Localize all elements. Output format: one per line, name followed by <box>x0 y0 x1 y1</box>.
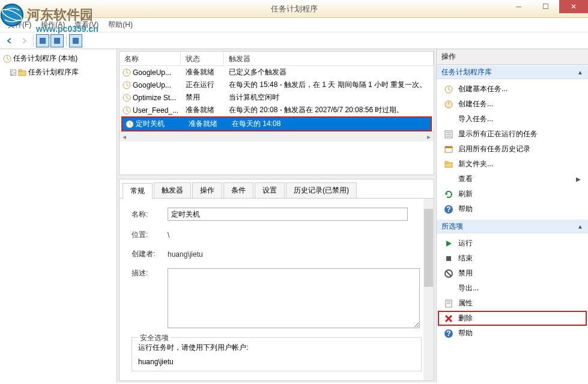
name-label: 名称: <box>132 209 168 220</box>
location-label: 位置: <box>132 230 168 240</box>
actions-header: 操作 <box>437 49 588 65</box>
library-action-1[interactable]: 创建任务... <box>438 97 587 112</box>
history-icon <box>444 145 453 154</box>
tree-root[interactable]: 任务计划程序 (本地) <box>2 52 115 65</box>
props-icon <box>444 299 453 308</box>
task-header: 名称 状态 触发器 <box>120 52 434 66</box>
task-row[interactable]: User_Feed_...准备就绪在每天的 20:08 - 触发器在 2027/… <box>120 104 434 116</box>
library-action-5[interactable]: 新文件夹... <box>438 157 587 172</box>
tab-triggers[interactable]: 触发器 <box>154 182 191 198</box>
toolbar <box>0 32 588 49</box>
task-row[interactable]: GoogleUp...正在运行在每天的 15:48 - 触发后，在 1 天 期间… <box>120 79 434 91</box>
disable-icon <box>444 269 453 278</box>
runas-label: 运行任务时，请使用下列用户帐户: <box>138 343 415 353</box>
th-trigger[interactable]: 触发器 <box>224 52 434 65</box>
delete-icon <box>444 314 453 323</box>
refresh-icon <box>444 190 453 199</box>
task-row[interactable]: Optimize St...禁用当计算机空闲时 <box>120 91 434 104</box>
center-pane: 名称 状态 触发器 GoogleUp...准备就绪已定义多个触发器GoogleU… <box>117 49 436 383</box>
svg-rect-5 <box>40 38 46 44</box>
task-row[interactable]: 定时关机准备就绪在每天的 14:08 <box>123 118 431 130</box>
selected-action-1[interactable]: 结束 <box>438 251 587 266</box>
selected-action-3[interactable]: 导出... <box>438 281 587 296</box>
tree-pane: 任务计划程序 (本地) ▷ 任务计划程序库 <box>0 49 117 383</box>
tree-root-label: 任务计划程序 (本地) <box>13 53 77 64</box>
name-input[interactable] <box>168 208 408 221</box>
menu-help[interactable]: 帮助(H) <box>103 19 138 32</box>
menu-action[interactable]: 操作(A) <box>36 19 70 32</box>
th-status[interactable]: 状态 <box>181 52 224 65</box>
help-icon: ? <box>444 329 453 338</box>
task-list: 名称 状态 触发器 GoogleUp...准备就绪已定义多个触发器GoogleU… <box>120 52 434 142</box>
library-action-8[interactable]: ?帮助 <box>438 202 587 217</box>
svg-rect-7 <box>73 38 79 44</box>
close-button[interactable]: ✕ <box>559 0 588 13</box>
v-scrollbar[interactable] <box>423 199 434 380</box>
expand-icon[interactable]: ▷ <box>10 70 16 76</box>
svg-line-45 <box>446 271 451 276</box>
blank-icon <box>444 284 453 293</box>
blank-icon <box>444 175 453 184</box>
library-action-7[interactable]: 刷新 <box>438 187 587 202</box>
tree-library[interactable]: ▷ 任务计划程序库 <box>9 66 115 79</box>
svg-rect-12 <box>19 70 22 71</box>
library-action-2[interactable]: 导入任务... <box>438 112 587 127</box>
selected-action-6[interactable]: ?帮助 <box>438 326 587 341</box>
actions-pane: 操作 任务计划程序库 ▲ 创建基本任务...创建任务...导入任务...显示所有… <box>436 49 588 383</box>
security-box: 安全选项 运行任务时，请使用下列用户帐户: huang\jietu <box>132 337 422 371</box>
titlebar: 任务计划程序 ─ ☐ ✕ <box>0 0 588 18</box>
folder-icon <box>444 160 453 169</box>
library-action-4[interactable]: 启用所有任务历史记录 <box>438 142 587 157</box>
menu-file[interactable]: 文件(F) <box>3 19 36 32</box>
desc-input[interactable] <box>168 268 420 328</box>
library-action-3[interactable]: 显示所有正在运行的任务 <box>438 127 587 142</box>
task-row[interactable]: GoogleUp...准备就绪已定义多个触发器 <box>120 66 434 79</box>
tab-history[interactable]: 历史记录(已禁用) <box>286 182 357 198</box>
tab-conditions[interactable]: 条件 <box>223 182 253 198</box>
section-selected[interactable]: 所选项 ▲ <box>437 219 588 233</box>
clock2-icon <box>444 100 453 109</box>
chevron-up-icon: ▲ <box>577 223 583 230</box>
svg-text:?: ? <box>446 329 450 338</box>
location-value: \ <box>168 231 169 239</box>
tool-btn-2[interactable] <box>50 34 64 47</box>
tool-back[interactable] <box>3 34 16 47</box>
selected-action-4[interactable]: 属性 <box>438 296 587 311</box>
tab-content: 名称: 位置: \ 创建者: huang\jietu 描述: 安全选项 <box>120 199 434 380</box>
maximize-button[interactable]: ☐ <box>532 0 559 13</box>
creator-label: 创建者: <box>132 249 168 259</box>
tool-btn-1[interactable] <box>36 34 49 47</box>
tab-settings[interactable]: 设置 <box>255 182 285 198</box>
svg-rect-38 <box>445 146 452 148</box>
chevron-up-icon: ▲ <box>577 69 583 76</box>
menubar: 文件(F) 操作(A) 查看(V) 帮助(H) <box>0 18 588 32</box>
selected-action-2[interactable]: 禁用 <box>438 266 587 281</box>
security-label: 安全选项 <box>138 333 171 343</box>
selected-action-0[interactable]: 运行 <box>438 236 587 251</box>
stop-icon <box>444 254 453 263</box>
section-library[interactable]: 任务计划程序库 ▲ <box>437 65 588 79</box>
th-name[interactable]: 名称 <box>120 52 181 65</box>
list-icon <box>444 130 453 139</box>
h-scrollbar[interactable]: ◂▸ <box>120 131 434 142</box>
svg-text:?: ? <box>446 205 450 214</box>
details-pane: 常规 触发器 操作 条件 设置 历史记录(已禁用) 名称: 位置: \ 创建者: <box>119 179 434 381</box>
help-icon: ? <box>444 205 453 214</box>
tabs: 常规 触发器 操作 条件 设置 历史记录(已禁用) <box>120 179 434 199</box>
minimize-button[interactable]: ─ <box>505 0 532 13</box>
tool-forward[interactable] <box>17 34 31 47</box>
tab-general[interactable]: 常规 <box>123 183 153 199</box>
runas-value: huang\jietu <box>138 358 415 366</box>
library-action-6[interactable]: 查看▶ <box>438 172 587 187</box>
library-action-0[interactable]: 创建基本任务... <box>438 82 587 97</box>
selected-action-5[interactable]: 删除 <box>438 311 587 326</box>
clock-icon <box>444 85 453 94</box>
svg-rect-6 <box>54 38 60 44</box>
menu-view[interactable]: 查看(V) <box>70 19 103 32</box>
svg-rect-43 <box>446 256 451 261</box>
tree-library-label: 任务计划程序库 <box>28 67 79 77</box>
window-title: 任务计划程序 <box>271 4 318 14</box>
tab-actions[interactable]: 操作 <box>192 182 222 198</box>
tool-btn-3[interactable] <box>69 34 82 47</box>
svg-rect-40 <box>445 161 448 163</box>
